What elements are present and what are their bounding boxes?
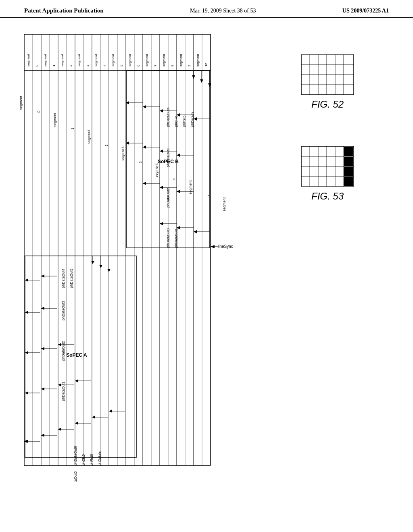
svg-marker-155 [177, 190, 180, 193]
svg-marker-145 [25, 278, 28, 282]
svg-text:phDataOut1: phDataOut1 [61, 381, 65, 401]
svg-text:phDataOut1: phDataOut1 [174, 228, 178, 248]
svg-text:1: 1 [52, 64, 56, 66]
svg-marker-119 [58, 428, 61, 431]
svg-text:segment: segment [128, 54, 132, 66]
svg-text:lineSync: lineSync [218, 244, 233, 249]
svg-text:phDataOut3: phDataOut3 [166, 148, 170, 167]
header-title: Patent Application Publication [24, 7, 104, 14]
svg-text:8: 8 [171, 64, 174, 66]
svg-text:segment: segment [87, 129, 91, 143]
svg-marker-137 [41, 347, 44, 350]
svg-text:segment: segment [111, 54, 115, 66]
svg-text:segment: segment [44, 54, 47, 66]
svg-text:phDataOut2: phDataOut2 [61, 341, 65, 361]
svg-text:segment: segment [27, 54, 30, 66]
svg-rect-211 [344, 147, 353, 156]
svg-marker-175 [143, 105, 146, 108]
svg-text:10: 10 [204, 63, 208, 66]
svg-marker-167 [126, 141, 129, 145]
svg-marker-125 [109, 409, 112, 413]
svg-text:segment: segment [60, 54, 64, 66]
svg-text:phDataOut4: phDataOut4 [166, 107, 170, 127]
svg-text:phDataOut3: phDataOut3 [61, 301, 65, 320]
svg-text:0: 0 [35, 64, 39, 66]
svg-marker-173 [160, 109, 163, 112]
svg-marker-117 [41, 434, 44, 437]
svg-text:segment: segment [19, 96, 23, 110]
svg-text:SoPEC A: SoPEC A [66, 352, 87, 358]
svg-text:segment: segment [94, 54, 98, 66]
svg-text:phDataOut0: phDataOut0 [73, 446, 77, 466]
svg-text:phDataIn: phDataIn [98, 451, 102, 466]
svg-text:phDataIn: phDataIn [190, 112, 194, 127]
svg-text:2: 2 [69, 64, 73, 66]
svg-marker-127 [25, 391, 28, 395]
svg-marker-121 [75, 422, 78, 425]
header-patent-number: US 2009/073225 A1 [342, 8, 389, 14]
fig52-label: FIG. 52 [311, 99, 344, 110]
svg-text:segment: segment [154, 163, 159, 177]
fig53-label: FIG. 53 [311, 191, 344, 202]
svg-text:6: 6 [137, 64, 140, 66]
svg-text:phDataOut4: phDataOut4 [61, 268, 65, 288]
svg-text:3: 3 [138, 161, 142, 163]
svg-text:9: 9 [188, 64, 191, 66]
svg-text:segment: segment [179, 54, 183, 66]
svg-marker-180 [211, 245, 215, 248]
svg-marker-161 [177, 154, 180, 157]
svg-text:4: 4 [103, 64, 106, 66]
svg-marker-184 [99, 265, 102, 268]
svg-marker-182 [107, 269, 111, 272]
svg-marker-190 [200, 79, 203, 83]
svg-text:1: 1 [71, 127, 75, 129]
svg-marker-165 [143, 145, 146, 149]
main-diagram: segment 0 segment 1 segment 2 segment 3 … [12, 30, 246, 483]
svg-marker-157 [160, 186, 163, 189]
svg-text:phClk0: phClk0 [81, 454, 86, 466]
fig53-container: FIG. 53 [301, 146, 354, 202]
svg-marker-188 [208, 83, 211, 87]
svg-text:0: 0 [37, 110, 41, 112]
svg-marker-177 [126, 101, 129, 104]
svg-text:segment: segment [196, 54, 200, 66]
svg-text:segment: segment [121, 146, 125, 160]
svg-marker-123 [92, 416, 95, 419]
svg-marker-147 [41, 274, 44, 278]
svg-marker-135 [25, 351, 28, 354]
svg-text:segment: segment [53, 112, 57, 127]
svg-text:segment: segment [222, 197, 226, 211]
svg-marker-133 [75, 379, 78, 382]
svg-text:phClk0: phClk0 [174, 116, 178, 127]
svg-marker-149 [194, 230, 197, 233]
main-content: segment 0 segment 1 segment 2 segment 3 … [0, 18, 413, 491]
svg-marker-143 [41, 307, 44, 310]
fig52-container: FIG. 52 [301, 54, 354, 110]
svg-marker-192 [192, 75, 195, 79]
header-date-sheet: Mar. 19, 2009 Sheet 38 of 53 [190, 8, 256, 14]
svg-text:segment: segment [145, 54, 149, 66]
svg-marker-153 [160, 222, 163, 225]
svg-marker-129 [41, 387, 44, 391]
svg-rect-212 [344, 157, 353, 166]
svg-marker-131 [58, 383, 61, 387]
svg-text:phRst0: phRst0 [182, 115, 186, 127]
svg-text:segment: segment [77, 54, 81, 66]
svg-text:phDataOut0: phDataOut0 [73, 471, 77, 482]
svg-text:7: 7 [154, 64, 157, 66]
svg-text:phRst0: phRst0 [90, 454, 94, 466]
svg-text:4: 4 [172, 178, 176, 180]
svg-text:phDataOut2: phDataOut2 [166, 188, 170, 208]
svg-rect-214 [344, 177, 353, 186]
svg-text:phDataOut5: phDataOut5 [69, 268, 73, 288]
svg-text:2: 2 [104, 144, 108, 146]
svg-text:phDataOut0: phDataOut0 [166, 228, 170, 248]
svg-rect-213 [344, 167, 353, 177]
svg-text:segment: segment [188, 180, 192, 194]
svg-marker-163 [160, 150, 163, 153]
svg-marker-141 [25, 311, 28, 314]
svg-marker-159 [143, 182, 146, 185]
figures-right: FIG. 52 FIG [254, 30, 401, 483]
svg-text:3: 3 [86, 64, 90, 66]
svg-marker-139 [58, 343, 61, 346]
